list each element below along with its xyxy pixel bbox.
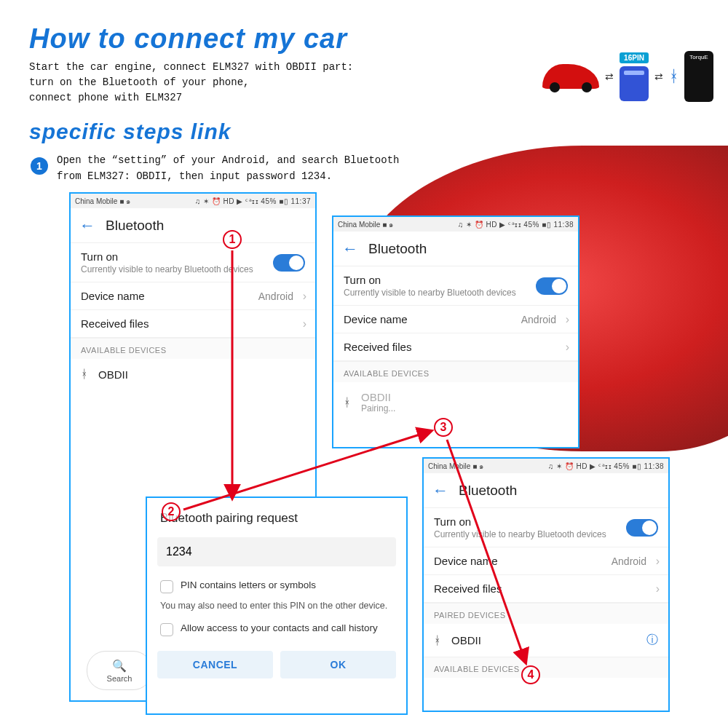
turn-on-row[interactable]: Turn on Currently visible to nearby Blue… — [71, 243, 315, 282]
pin-letters-checkbox-row[interactable]: PIN contains letters or symbols — [147, 574, 406, 599]
obd-device-icon — [620, 66, 649, 101]
available-devices-header: AVAILABLE DEVICES — [424, 657, 668, 678]
dialog-buttons: CANCEL OK — [147, 642, 406, 689]
status-bar: China Mobile ■ ๑ ♫ ✶ ⏰ HD ▶ ᶜᵃɪɪ 45% ■▯ … — [424, 459, 668, 473]
received-files-label: Received files — [344, 341, 568, 353]
visibility-subtext: Currently visible to nearby Bluetooth de… — [434, 529, 658, 539]
device-obdii-label: OBDII — [98, 368, 128, 381]
device-obdii-label: OBDII — [451, 634, 481, 646]
checkbox-icon[interactable] — [160, 623, 173, 636]
bluetooth-toggle[interactable] — [536, 277, 568, 295]
search-button[interactable]: 🔍 Search — [87, 651, 152, 690]
chevron-right-icon: › — [656, 582, 660, 596]
device-name-row[interactable]: Device name Android › — [71, 282, 315, 310]
carrier: China Mobile ■ ๑ — [428, 461, 483, 472]
received-files-row[interactable]: Received files › — [333, 333, 578, 361]
visibility-subtext: Currently visible to nearby Bluetooth de… — [344, 288, 568, 298]
pin-badge: 16PIN — [620, 52, 649, 63]
turn-on-label: Turn on — [344, 274, 568, 286]
search-label: Search — [107, 674, 132, 683]
dialog-title: Bluetooth pairing request — [147, 498, 406, 533]
bluetooth-icon: ᚼ — [434, 634, 441, 647]
step-number-badge: 1 — [31, 157, 48, 175]
device-name-value: Android — [612, 555, 646, 567]
back-icon[interactable]: ← — [79, 216, 95, 235]
connection-diagram: ⇄ 16PIN ⇄ ᚼ TorquE — [542, 51, 713, 102]
callout-3: 3 — [434, 418, 453, 437]
pin-input[interactable] — [157, 537, 396, 566]
dialog-note: You may also need to enter this PIN on t… — [147, 599, 406, 617]
turn-on-label: Turn on — [434, 515, 658, 528]
chevron-right-icon: › — [303, 290, 306, 303]
chevron-right-icon: › — [566, 341, 569, 354]
bluetooth-icon: ᚼ — [344, 396, 351, 409]
screenshot-pairing-dialog: Bluetooth pairing request PIN contains l… — [146, 496, 408, 715]
carrier: China Mobile ■ ๑ — [338, 219, 393, 230]
received-files-label: Received files — [434, 582, 658, 595]
device-obdii[interactable]: ᚼ OBDII — [71, 359, 315, 389]
step-instruction-text: Open the “setting” of your Android, and … — [57, 153, 399, 184]
appbar-title: Bluetooth — [368, 241, 427, 257]
app-bar: ← Bluetooth — [333, 232, 578, 266]
turn-on-label: Turn on — [81, 250, 305, 263]
turn-on-row[interactable]: Turn on Currently visible to nearby Blue… — [333, 266, 578, 306]
callout-1: 1 — [223, 230, 242, 249]
turn-on-row[interactable]: Turn on Currently visible to nearby Blue… — [424, 508, 668, 547]
chevron-right-icon: › — [303, 317, 306, 331]
available-devices-header: AVAILABLE DEVICES — [71, 338, 315, 359]
visibility-subtext: Currently visible to nearby Bluetooth de… — [81, 264, 305, 274]
status-right: ♫ ✶ ⏰ HD ▶ ᶜᵃɪɪ 45% ■▯ 11:37 — [195, 197, 311, 205]
device-name-row[interactable]: Device name Android › — [424, 547, 668, 575]
chevron-right-icon: › — [656, 555, 660, 568]
car-icon — [542, 64, 599, 89]
back-icon[interactable]: ← — [342, 240, 358, 258]
device-name-row[interactable]: Device name Android › — [333, 306, 578, 333]
status-right: ♫ ✶ ⏰ HD ▶ ᶜᵃɪɪ 45% ■▯ 11:38 — [458, 221, 574, 229]
cancel-button[interactable]: CANCEL — [157, 651, 273, 678]
callout-2: 2 — [162, 502, 181, 521]
intro-text: Start the car engine, connect ELM327 wit… — [29, 60, 353, 106]
pin-badge-wrap: 16PIN — [620, 52, 649, 101]
info-icon[interactable]: ⓘ — [646, 633, 658, 648]
device-obdii-pairing[interactable]: ᚼ OBDII Pairing... — [333, 382, 578, 422]
carrier: China Mobile ■ ๑ — [75, 196, 130, 207]
screenshot-bluetooth-settings-3: China Mobile ■ ๑ ♫ ✶ ⏰ HD ▶ ᶜᵃɪɪ 45% ■▯ … — [422, 457, 670, 712]
received-files-row[interactable]: Received files › — [71, 310, 315, 338]
arrows-icon: ⇄ — [654, 72, 663, 82]
heading-specific-steps: specific steps link — [29, 119, 231, 144]
heading-how-to-connect: How to connect my car — [29, 23, 347, 55]
pin-letters-label: PIN contains letters or symbols — [181, 579, 316, 590]
contacts-access-label: Allow access to your contacts and call h… — [181, 622, 378, 633]
appbar-title: Bluetooth — [459, 483, 517, 499]
bluetooth-icon: ᚼ — [81, 368, 88, 381]
callout-4: 4 — [521, 665, 540, 684]
device-name-value: Android — [521, 314, 556, 325]
device-obdii-paired[interactable]: ᚼ OBDII ⓘ — [424, 624, 668, 657]
chevron-right-icon: › — [566, 313, 569, 326]
received-files-row[interactable]: Received files › — [424, 575, 668, 603]
phone-icon: TorquE — [684, 51, 713, 102]
arrows-icon: ⇄ — [605, 72, 614, 82]
paired-devices-header: PAIRED DEVICES — [424, 603, 668, 624]
status-bar: China Mobile ■ ๑ ♫ ✶ ⏰ HD ▶ ᶜᵃɪɪ 45% ■▯ … — [333, 217, 578, 232]
app-bar: ← Bluetooth — [424, 473, 668, 508]
received-files-label: Received files — [81, 317, 305, 330]
screenshot-bluetooth-settings-2: China Mobile ■ ๑ ♫ ✶ ⏰ HD ▶ ᶜᵃɪɪ 45% ■▯ … — [332, 215, 579, 448]
search-icon: 🔍 — [112, 659, 127, 673]
ok-button[interactable]: OK — [280, 651, 396, 678]
available-devices-header: AVAILABLE DEVICES — [333, 361, 578, 382]
bluetooth-icon: ᚼ — [669, 67, 678, 86]
bluetooth-toggle[interactable] — [273, 254, 305, 272]
app-bar: ← Bluetooth — [71, 208, 315, 243]
status-right: ♫ ✶ ⏰ HD ▶ ᶜᵃɪɪ 45% ■▯ 11:38 — [548, 462, 664, 470]
checkbox-icon[interactable] — [160, 580, 173, 593]
appbar-title: Bluetooth — [106, 218, 164, 234]
back-icon[interactable]: ← — [432, 481, 448, 500]
bluetooth-toggle[interactable] — [626, 519, 658, 537]
device-pairing-label: OBDII Pairing... — [361, 391, 395, 414]
status-bar: China Mobile ■ ๑ ♫ ✶ ⏰ HD ▶ ᶜᵃɪɪ 45% ■▯ … — [71, 194, 315, 208]
contacts-access-checkbox-row[interactable]: Allow access to your contacts and call h… — [147, 617, 406, 642]
device-name-value: Android — [258, 290, 293, 302]
